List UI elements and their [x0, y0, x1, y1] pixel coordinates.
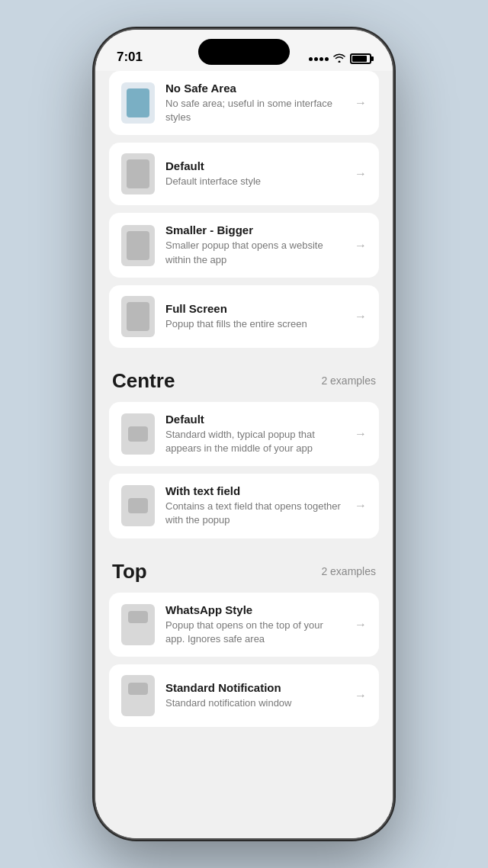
chevron-right-icon: →: [355, 96, 367, 110]
card-title: Full Screen: [165, 302, 344, 315]
list-item[interactable]: WhatsApp Style Popup that opens on the t…: [109, 593, 379, 657]
card-icon: [121, 413, 155, 455]
card-title: No Safe Area: [165, 82, 344, 95]
centre-section: Centre 2 examples Default Standard width…: [109, 369, 379, 538]
chevron-right-icon: →: [355, 618, 367, 632]
signal-icon: [309, 57, 329, 61]
status-time: 7:01: [117, 50, 143, 65]
chevron-right-icon: →: [355, 239, 367, 252]
card-title: WhatsApp Style: [165, 603, 344, 616]
list-item[interactable]: With text field Contains a text field th…: [109, 474, 379, 538]
phone-screen: 7:01: [95, 30, 393, 838]
card-text: No Safe Area No safe area; useful in som…: [165, 82, 344, 124]
list-item[interactable]: Standard Notification Standard notificat…: [109, 664, 379, 727]
chevron-right-icon: →: [355, 427, 367, 441]
card-icon: [121, 604, 155, 645]
card-desc: Standard width, typical popup that appea…: [165, 428, 344, 455]
list-item[interactable]: Smaller - Bigger Smaller popup that open…: [109, 213, 379, 277]
section-title: Centre: [112, 369, 175, 393]
section-header: Top 2 examples: [112, 560, 376, 583]
card-text: Default Standard width, typical popup th…: [165, 413, 344, 455]
wifi-icon: [333, 53, 345, 65]
card-icon: [121, 485, 155, 526]
list-item[interactable]: No Safe Area No safe area; useful in som…: [109, 71, 379, 135]
list-item[interactable]: Default Default interface style →: [109, 143, 379, 205]
card-desc: Popup that opens on the top of your app.…: [165, 619, 344, 646]
card-icon: [121, 82, 155, 124]
card-icon: [121, 296, 155, 337]
chevron-right-icon: →: [355, 689, 367, 702]
card-icon: [121, 153, 155, 194]
list-item[interactable]: Default Standard width, typical popup th…: [109, 402, 379, 466]
section-count: 2 examples: [321, 375, 376, 387]
battery-icon: [350, 53, 371, 64]
card-desc: Smaller popup that opens a website withi…: [165, 239, 344, 266]
card-title: Smaller - Bigger: [165, 223, 344, 236]
card-text: Smaller - Bigger Smaller popup that open…: [165, 223, 344, 266]
chevron-right-icon: →: [355, 499, 367, 513]
top-section: Top 2 examples WhatsApp Style Popup that…: [109, 560, 379, 727]
list-item[interactable]: Full Screen Popup that fills the entire …: [109, 285, 379, 348]
section-header: Centre 2 examples: [112, 369, 376, 393]
section-count: 2 examples: [321, 565, 376, 577]
card-title: Standard Notification: [165, 681, 344, 694]
status-bar: 7:01: [95, 30, 393, 71]
card-icon: [121, 225, 155, 266]
card-title: Default: [165, 413, 344, 426]
card-text: Full Screen Popup that fills the entire …: [165, 302, 344, 331]
status-icons: [309, 53, 371, 65]
section-title: Top: [112, 560, 147, 583]
card-desc: Default interface style: [165, 175, 344, 188]
card-title: Default: [165, 159, 344, 172]
card-desc: No safe area; useful in some interface s…: [165, 97, 344, 124]
card-text: WhatsApp Style Popup that opens on the t…: [165, 603, 344, 646]
chevron-right-icon: →: [355, 167, 367, 181]
dynamic-island: [198, 39, 290, 65]
chevron-right-icon: →: [355, 310, 367, 323]
card-text: Standard Notification Standard notificat…: [165, 681, 344, 710]
partial-section: No Safe Area No safe area; useful in som…: [109, 71, 379, 348]
card-desc: Contains a text field that opens togethe…: [165, 500, 344, 527]
card-text: With text field Contains a text field th…: [165, 484, 344, 527]
card-text: Default Default interface style: [165, 159, 344, 188]
scroll-content[interactable]: No Safe Area No safe area; useful in som…: [95, 71, 393, 838]
card-desc: Standard notification window: [165, 696, 344, 710]
card-icon: [121, 675, 155, 716]
phone-frame: 7:01: [95, 30, 393, 838]
card-desc: Popup that fills the entire screen: [165, 317, 344, 331]
card-title: With text field: [165, 484, 344, 497]
